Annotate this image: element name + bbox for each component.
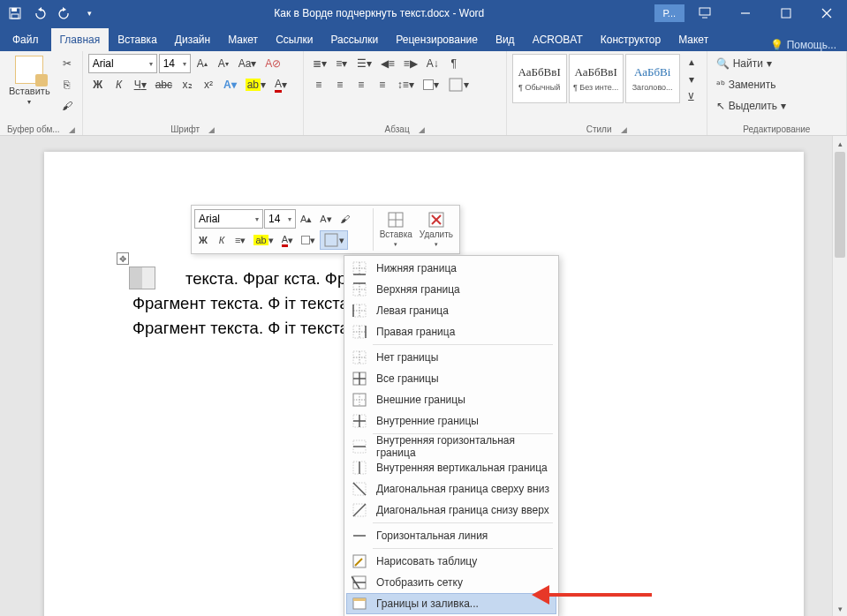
ribbon-options-button[interactable]	[684, 0, 725, 26]
styles-scroll-up[interactable]: ▴	[682, 54, 701, 70]
tab-review[interactable]: Рецензирование	[387, 28, 487, 51]
redo-button[interactable]	[53, 2, 76, 25]
border-menu-all[interactable]: Все границы	[346, 368, 556, 389]
tab-mailings[interactable]: Рассылки	[321, 28, 387, 51]
styles-more[interactable]: ⊻	[682, 89, 701, 105]
mini-shrink-font[interactable]: A▾	[316, 209, 335, 229]
maximize-button[interactable]	[766, 0, 806, 26]
border-menu-hr[interactable]: Горизонтальная линия	[346, 525, 556, 546]
select-button[interactable]: ↖ Выделить ▾	[713, 96, 792, 116]
shrink-font-button[interactable]: A▾	[214, 54, 233, 73]
scroll-down[interactable]: ▾	[833, 601, 847, 616]
indent-decrease-button[interactable]: ◀≡	[377, 54, 398, 73]
mini-font-combo[interactable]: Arial▾	[194, 209, 263, 229]
tab-table-layout[interactable]: Макет	[669, 28, 717, 51]
underline-button[interactable]: Ч▾	[131, 75, 150, 94]
align-left-button[interactable]: ≡	[309, 75, 329, 94]
context-tab[interactable]: Р...	[654, 4, 684, 22]
subscript-button[interactable]: x₂	[178, 75, 197, 94]
tab-view[interactable]: Вид	[487, 28, 524, 51]
line-spacing-button[interactable]: ↕≡▾	[394, 75, 418, 94]
styles-scroll-down[interactable]: ▾	[682, 71, 701, 87]
save-button[interactable]	[4, 2, 26, 25]
border-menu-left[interactable]: Левая граница	[346, 300, 556, 321]
mini-highlight[interactable]: ab▾	[250, 230, 276, 250]
superscript-button[interactable]: x²	[199, 75, 218, 94]
border-menu-du[interactable]: Диагональная граница снизу вверх	[346, 500, 556, 521]
format-painter-button[interactable]: 🖌	[57, 96, 77, 116]
mini-italic[interactable]: К	[213, 230, 231, 250]
style-nospacing[interactable]: АаБбВвІ¶ Без инте...	[569, 54, 624, 103]
tab-table-design[interactable]: Конструктор	[592, 28, 669, 51]
paste-button[interactable]: Вставить ▾	[5, 54, 54, 108]
show-marks-button[interactable]: ¶	[444, 54, 464, 73]
multilevel-button[interactable]: ☰▾	[353, 54, 375, 73]
border-menu-none[interactable]: Нет границы	[346, 347, 556, 368]
shading-button[interactable]: ▾	[420, 75, 442, 94]
tab-home[interactable]: Главная	[51, 28, 110, 51]
border-menu-bottom[interactable]: Нижняя граница	[346, 258, 556, 279]
styles-gallery[interactable]: АаБбВвІ¶ Обычный АаБбВвІ¶ Без инте... Аа…	[512, 54, 680, 103]
border-menu-grid[interactable]: Отобразить сетку	[346, 572, 556, 593]
bullets-button[interactable]: ≣▾	[309, 54, 330, 73]
align-center-button[interactable]: ≡	[330, 75, 350, 94]
replace-button[interactable]: ᵃᵇ Заменить	[713, 75, 792, 94]
table-move-handle[interactable]: ✥	[117, 252, 129, 265]
tell-me[interactable]: 💡Помощь...	[760, 39, 847, 51]
border-menu-top[interactable]: Верхняя граница	[346, 279, 556, 300]
border-menu-right[interactable]: Правая граница	[346, 321, 556, 342]
qat-customize[interactable]: ▾	[78, 2, 101, 25]
indent-increase-button[interactable]: ≡▶	[400, 54, 421, 73]
tab-file[interactable]: Файл	[0, 28, 51, 51]
tab-acrobat[interactable]: ACROBAT	[524, 28, 592, 51]
border-menu-outside[interactable]: Внешние границы	[346, 389, 556, 410]
copy-button[interactable]: ⎘	[57, 75, 77, 94]
strike-button[interactable]: abc	[152, 75, 176, 94]
change-case-button[interactable]: Aa▾	[235, 54, 261, 73]
border-menu-dlg[interactable]: Границы и заливка...	[346, 593, 556, 614]
align-justify-button[interactable]: ≡	[373, 75, 392, 94]
highlight-button[interactable]: ab▾	[242, 75, 269, 94]
grow-font-button[interactable]: A▴	[193, 54, 212, 73]
align-right-button[interactable]: ≡	[352, 75, 371, 94]
close-button[interactable]	[806, 0, 847, 26]
text-effects-button[interactable]: A▾	[220, 75, 240, 94]
mini-grow-font[interactable]: A▴	[297, 209, 315, 229]
sort-button[interactable]: A↓	[423, 54, 442, 73]
italic-button[interactable]: К	[110, 75, 129, 94]
clear-format-button[interactable]: A⊘	[261, 54, 284, 73]
borders-button[interactable]: ▾	[444, 75, 473, 94]
font-dialog[interactable]: ◢	[208, 125, 215, 134]
cut-button[interactable]: ✂	[57, 54, 77, 73]
font-size-combo[interactable]: 14▾	[159, 54, 191, 73]
clipboard-dialog[interactable]: ◢	[69, 125, 75, 134]
scroll-thumb[interactable]	[835, 152, 845, 258]
bold-button[interactable]: Ж	[88, 75, 108, 94]
style-normal[interactable]: АаБбВвІ¶ Обычный	[512, 54, 567, 103]
vertical-scrollbar[interactable]: ▴ ▾	[832, 136, 847, 616]
border-menu-draw[interactable]: Нарисовать таблицу	[346, 551, 556, 572]
tab-layout[interactable]: Макет	[219, 28, 267, 51]
border-menu-dd[interactable]: Диагональная граница сверху вниз	[346, 478, 556, 500]
tab-insert[interactable]: Вставка	[109, 28, 166, 51]
border-menu-ih[interactable]: Внутренняя горизонтальная граница	[346, 436, 556, 457]
find-button[interactable]: 🔍 Найти ▾	[713, 54, 792, 73]
mini-borders[interactable]: ▾	[320, 230, 348, 250]
mini-insert-button[interactable]: Вставка▾	[376, 208, 416, 251]
mini-align[interactable]: ≡▾	[231, 230, 249, 250]
font-name-combo[interactable]: Arial▾	[88, 54, 157, 73]
undo-button[interactable]	[28, 2, 51, 25]
border-menu-iv[interactable]: Внутренняя вертикальная граница	[346, 457, 556, 478]
mini-bold[interactable]: Ж	[194, 230, 212, 250]
scroll-up[interactable]: ▴	[833, 136, 847, 151]
mini-font-color[interactable]: A▾	[278, 230, 297, 250]
numbering-button[interactable]: ≡▾	[332, 54, 352, 73]
style-heading1[interactable]: АаБбВіЗаголово...	[625, 54, 680, 103]
minimize-button[interactable]	[725, 0, 766, 26]
mini-format-painter[interactable]: 🖌	[337, 209, 354, 229]
tab-design[interactable]: Дизайн	[166, 28, 219, 51]
border-menu-inside[interactable]: Внутренние границы	[346, 410, 556, 432]
table-cell-selection[interactable]	[129, 267, 155, 289]
mini-shading[interactable]: ▾	[298, 230, 319, 250]
mini-size-combo[interactable]: 14▾	[264, 209, 296, 229]
